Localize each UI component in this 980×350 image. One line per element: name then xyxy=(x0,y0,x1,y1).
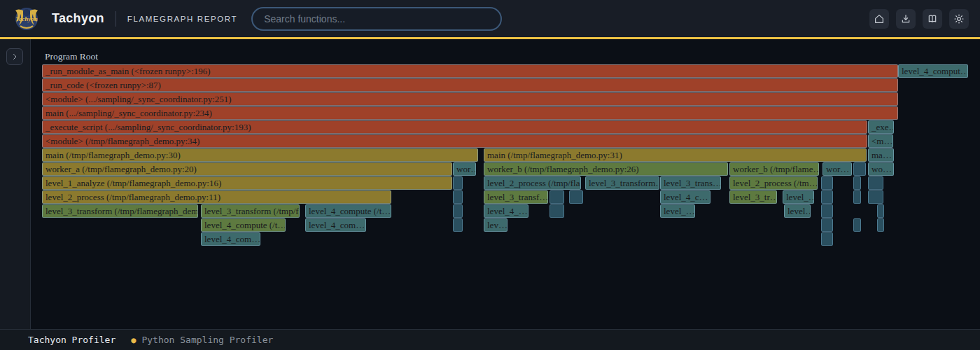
tachyon-logo-icon: Tachyon xyxy=(11,4,42,34)
home-button[interactable] xyxy=(869,9,889,29)
flame-block[interactable]: level_3_tr… xyxy=(729,190,777,204)
flamegraph-blocks: _run_module_as_main (<frozen runpy>:196)… xyxy=(31,39,980,329)
book-icon xyxy=(927,13,938,24)
flame-block-small[interactable] xyxy=(853,162,866,176)
flame-block-small[interactable] xyxy=(868,190,883,204)
app-title: Tachyon xyxy=(52,11,104,26)
flame-block-small[interactable] xyxy=(550,204,564,218)
flame-block[interactable]: main (/tmp/flamegraph_demo.py:31) xyxy=(484,148,867,162)
flame-block-small[interactable] xyxy=(821,204,833,218)
download-icon xyxy=(900,13,911,24)
sidebar-expand-button[interactable] xyxy=(6,48,23,65)
flame-block[interactable]: level_4_com… xyxy=(305,218,366,232)
sidebar xyxy=(0,39,31,329)
flame-block[interactable]: level_3_transform… xyxy=(585,176,659,190)
flame-block-small[interactable] xyxy=(821,218,833,232)
flame-block-small[interactable] xyxy=(821,232,833,246)
flame-block[interactable]: worker_b (/tmp/flame… xyxy=(729,162,819,176)
flame-block[interactable]: level_4_c… xyxy=(660,190,710,204)
flame-block-small[interactable] xyxy=(877,204,884,218)
flame-block-small[interactable] xyxy=(453,204,463,218)
footer-app-name: Tachyon Profiler xyxy=(28,335,115,345)
flame-block[interactable]: main (.../sampling/_sync_coordinator.py:… xyxy=(42,106,898,120)
flame-block[interactable]: level_2_process (/tmp/fla… xyxy=(484,176,581,190)
flame-block[interactable]: level_3_trans… xyxy=(660,176,721,190)
search-input[interactable] xyxy=(251,7,502,31)
flame-block[interactable]: wor… xyxy=(453,162,476,176)
chevron-right-icon xyxy=(10,52,19,61)
flame-block-small[interactable] xyxy=(853,176,861,190)
flame-block-small[interactable] xyxy=(453,218,463,232)
flame-block-small[interactable] xyxy=(821,190,833,204)
flame-block[interactable]: level_… xyxy=(783,190,814,204)
flame-block[interactable]: <m… xyxy=(868,134,893,148)
flame-block-small[interactable] xyxy=(550,190,564,204)
flame-block[interactable]: <module> (/tmp/flamegraph_demo.py:34) xyxy=(42,134,867,148)
flame-block[interactable]: level_3_transform (/tmp/flamegraph_dem… xyxy=(42,204,198,218)
flame-block[interactable]: ma… xyxy=(868,148,894,162)
sun-icon xyxy=(953,13,965,24)
flame-block-small[interactable] xyxy=(569,190,583,204)
flame-block-small[interactable] xyxy=(853,218,861,232)
flame-block[interactable]: level_… xyxy=(660,204,695,218)
flame-block[interactable]: wo… xyxy=(868,162,894,176)
flame-block[interactable]: lev… xyxy=(484,218,507,232)
flame-block[interactable]: level_2_process (/tmp/flamegraph_demo.py… xyxy=(42,190,391,204)
flame-block[interactable]: _run_module_as_main (<frozen runpy>:196) xyxy=(42,64,898,78)
flame-block[interactable]: level_4_compute (/t… xyxy=(201,218,286,232)
docs-button[interactable] xyxy=(923,9,942,29)
flame-block[interactable]: main (/tmp/flamegraph_demo.py:30) xyxy=(42,148,478,162)
flame-block[interactable]: wor… xyxy=(822,162,852,176)
flame-block[interactable]: _exe… xyxy=(868,120,894,134)
flamegraph-panel: Program Root _run_module_as_main (<froze… xyxy=(31,39,980,329)
flame-block[interactable]: level_1_analyze (/tmp/flamegraph_demo.py… xyxy=(42,176,452,190)
footer-subtitle: Python Sampling Profiler xyxy=(141,335,273,345)
flame-block-small[interactable] xyxy=(877,218,884,232)
flame-block[interactable]: _execute_script (.../sampling/_sync_coor… xyxy=(42,120,867,134)
flame-block[interactable]: level_3_transform (/tmp/fl… xyxy=(201,204,300,218)
flame-block-small[interactable] xyxy=(453,190,463,204)
flame-block[interactable]: level_4_comput… xyxy=(898,64,968,78)
status-bar: Tachyon Profiler ● Python Sampling Profi… xyxy=(0,329,980,350)
theme-toggle-button[interactable] xyxy=(949,9,969,29)
flame-block-small[interactable] xyxy=(868,176,883,190)
flame-block-small[interactable] xyxy=(853,190,861,204)
flame-block[interactable]: level_3_transf… xyxy=(484,190,548,204)
search-container xyxy=(251,7,502,31)
header-divider xyxy=(115,11,116,27)
download-button[interactable] xyxy=(896,9,916,29)
flame-block[interactable]: worker_a (/tmp/flamegraph_demo.py:20) xyxy=(42,162,452,176)
home-icon xyxy=(874,13,885,24)
report-type-label: FLAMEGRAPH REPORT xyxy=(127,15,237,23)
svg-text:Tachyon: Tachyon xyxy=(15,15,38,22)
header-actions xyxy=(869,9,969,29)
flame-block[interactable]: _run_code (<frozen runpy>:87) xyxy=(42,78,898,92)
flame-block[interactable]: worker_b (/tmp/flamegraph_demo.py:26) xyxy=(484,162,728,176)
status-dot-icon: ● xyxy=(131,335,136,345)
flame-block[interactable]: level_2_process (/tm… xyxy=(729,176,818,190)
flame-block[interactable]: level_4_com… xyxy=(201,232,260,246)
app-header: Tachyon Tachyon FLAMEGRAPH REPORT xyxy=(0,0,980,39)
flame-block[interactable]: level_4_… xyxy=(484,204,528,218)
flame-block[interactable]: level_4_compute (/t… xyxy=(305,204,391,218)
main-content: Program Root _run_module_as_main (<froze… xyxy=(0,39,980,329)
flame-block[interactable]: <module> (.../sampling/_sync_coordinator… xyxy=(42,92,898,106)
flame-block[interactable]: level… xyxy=(784,204,811,218)
flame-block-small[interactable] xyxy=(821,176,833,190)
flame-block-small[interactable] xyxy=(453,176,463,190)
